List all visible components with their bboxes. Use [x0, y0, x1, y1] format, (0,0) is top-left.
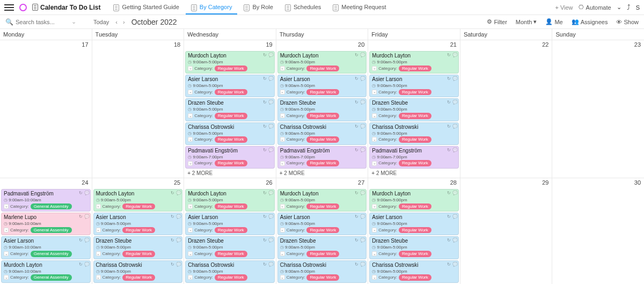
month-select[interactable]: Month▾: [516, 18, 537, 25]
day-cell[interactable]: 19Murdoch Layton9:00am-5:00pm⌄Category:R…: [184, 40, 276, 178]
tab-label: Schedules: [294, 4, 321, 10]
event-time: 9:00am-5:00pm: [188, 60, 272, 65]
assignees-filter[interactable]: 👥Assignees: [572, 18, 608, 25]
add-view-button[interactable]: + View: [550, 1, 578, 14]
calendar-event[interactable]: Charissa Ostrowski9:00am-5:00pm⌄Category…: [185, 122, 275, 145]
calendar-event[interactable]: Asier Larson9:00am-5:00pm⌄Category:Regul…: [93, 213, 183, 235]
calendar-event[interactable]: Asier Larson9:00am-5:00pm⌄Category:Regul…: [369, 213, 459, 235]
recurring-icon: ↻: [447, 214, 451, 219]
category-label: Category:: [10, 204, 29, 209]
filter-button[interactable]: ⚙Filter: [487, 18, 507, 25]
calendar-event[interactable]: Murdoch Layton9:00am-5:00pm⌄Category:Reg…: [185, 189, 275, 212]
calendar-event[interactable]: Asier Larson9:00am-5:00pm⌄Category:Regul…: [277, 75, 367, 97]
logo-icon[interactable]: [19, 4, 27, 11]
day-cell[interactable]: 26Murdoch Layton9:00am-5:00pm⌄Category:R…: [184, 178, 276, 284]
calendar-event[interactable]: Padmavati Engström9:00am-7:00pm⌄Category…: [277, 146, 367, 169]
category-badge: Regular Work: [399, 227, 431, 234]
event-time: 9:00am-5:00pm: [280, 221, 364, 227]
calendar-event[interactable]: Charissa Ostrowski9:00am-5:00pm⌄Category…: [369, 122, 459, 145]
category-key-icon: ⌄: [188, 275, 193, 280]
event-icons: ↻💬: [355, 191, 364, 195]
category-badge: Regular Work: [215, 113, 247, 119]
show-button[interactable]: 👁Show: [616, 19, 639, 25]
category-badge: Regular Work: [399, 89, 431, 96]
next-month-icon[interactable]: ›: [123, 19, 125, 25]
tab-label: Meeting Request: [341, 4, 386, 10]
calendar-event[interactable]: Drazen Steube9:00am-5:00pm⌄Category:Regu…: [277, 236, 367, 259]
calendar-event[interactable]: Murdoch Layton9:00am-5:00pm⌄Category:Reg…: [277, 51, 367, 74]
recurring-icon: ↻: [447, 76, 451, 81]
calendar-event[interactable]: Asier Larson9:00am-5:00pm⌄Category:Regul…: [277, 213, 367, 235]
event-time: 9:00am-5:00pm: [280, 60, 364, 65]
day-cell[interactable]: 18: [92, 40, 185, 178]
day-cell[interactable]: 17: [0, 40, 92, 178]
search-icon[interactable]: 🔍: [5, 18, 13, 26]
event-icons: ↻💬: [263, 191, 273, 195]
automate-icon: ⎔: [579, 4, 584, 11]
calendar-event[interactable]: Charissa Ostrowski9:00am-5:00pm⌄Category…: [93, 260, 183, 283]
calendar-event[interactable]: Padmavati Engström9:00am-7:00pm⌄Category…: [369, 146, 459, 169]
prev-month-icon[interactable]: ‹: [115, 19, 118, 25]
chevron-down-icon[interactable]: ⌄: [617, 4, 621, 11]
tab-by-role[interactable]: By Role: [238, 1, 279, 14]
calendar-event[interactable]: Drazen Steube9:00am-5:00pm⌄Category:Regu…: [93, 236, 183, 259]
calendar-event[interactable]: Murdoch Layton9:00am-10:00am⌄Category:Ge…: [1, 260, 91, 283]
me-filter[interactable]: 👤Me: [545, 18, 562, 25]
calendar-event[interactable]: Marlene Lupo9:00am-10:00am⌄Category:Gene…: [1, 213, 91, 235]
tab-getting-started-guide[interactable]: Getting Started Guide: [108, 1, 184, 14]
category-badge: Regular Work: [306, 160, 339, 166]
event-icons: ↻💬: [263, 214, 273, 219]
automate-button[interactable]: ⎔ Automate: [579, 4, 611, 11]
calendar-event[interactable]: Asier Larson9:00am-5:00pm⌄Category:Regul…: [185, 75, 275, 97]
day-cell[interactable]: 28Murdoch Layton9:00am-5:00pm⌄Category:R…: [368, 178, 460, 284]
calendar-event[interactable]: Murdoch Layton9:00am-5:00pm⌄Category:Reg…: [185, 51, 275, 74]
day-cell[interactable]: 23: [552, 40, 644, 178]
category-key-icon: ⌄: [280, 113, 285, 118]
calendar-event[interactable]: Charissa Ostrowski9:00am-5:00pm⌄Category…: [369, 260, 459, 283]
category-label: Category:: [287, 204, 305, 209]
calendar-event[interactable]: Drazen Steube9:00am-5:00pm⌄Category:Regu…: [277, 98, 367, 121]
calendar-event[interactable]: Asier Larson9:00am-5:00pm⌄Category:Regul…: [185, 213, 275, 235]
event-title: Asier Larson: [280, 214, 364, 221]
day-cell[interactable]: 20Murdoch Layton9:00am-5:00pm⌄Category:R…: [276, 40, 369, 178]
day-cell[interactable]: 30: [552, 178, 644, 284]
calendar-event[interactable]: Murdoch Layton9:00am-5:00pm⌄Category:Reg…: [369, 51, 459, 74]
more-events-button[interactable]: + 2 MORE: [369, 170, 459, 177]
event-time: 9:00am-5:00pm: [188, 107, 272, 112]
calendar-event[interactable]: Charissa Ostrowski9:00am-5:00pm⌄Category…: [277, 122, 367, 145]
day-cell[interactable]: 22: [460, 40, 553, 178]
day-cell[interactable]: 29: [460, 178, 553, 284]
calendar-event[interactable]: Asier Larson9:00am-5:00pm⌄Category:Regul…: [369, 75, 459, 97]
calendar-event[interactable]: Padmavati Engström9:00am-10:00am⌄Categor…: [1, 189, 91, 212]
view-tabs: Getting Started GuideBy CategoryBy RoleS…: [108, 1, 550, 14]
calendar-event[interactable]: Charissa Ostrowski9:00am-5:00pm⌄Category…: [277, 260, 367, 283]
today-button[interactable]: Today: [93, 19, 109, 25]
day-cell[interactable]: 21Murdoch Layton9:00am-5:00pm⌄Category:R…: [368, 40, 460, 178]
more-events-button[interactable]: + 2 MORE: [277, 170, 367, 177]
tab-meeting-request[interactable]: Meeting Request: [327, 1, 391, 14]
category-label: Category:: [378, 137, 397, 142]
tab-by-category[interactable]: By Category: [186, 1, 238, 14]
calendar-event[interactable]: Drazen Steube9:00am-5:00pm⌄Category:Regu…: [369, 236, 459, 259]
calendar-event[interactable]: Drazen Steube9:00am-5:00pm⌄Category:Regu…: [185, 236, 275, 259]
calendar-event[interactable]: Asier Larson9:00am-10:00am⌄Category:Gene…: [1, 236, 91, 259]
calendar-event[interactable]: Drazen Steube9:00am-5:00pm⌄Category:Regu…: [185, 98, 275, 121]
calendar-event[interactable]: Drazen Steube9:00am-5:00pm⌄Category:Regu…: [369, 98, 459, 121]
search-input[interactable]: [16, 19, 69, 25]
search-chevron-icon[interactable]: ⌄: [71, 18, 76, 25]
day-cell[interactable]: 27Murdoch Layton9:00am-5:00pm⌄Category:R…: [276, 178, 369, 284]
tab-schedules[interactable]: Schedules: [280, 1, 326, 14]
day-cell[interactable]: 24Padmavati Engström9:00am-10:00am⌄Categ…: [0, 178, 92, 284]
calendar-event[interactable]: Murdoch Layton9:00am-5:00pm⌄Category:Reg…: [277, 189, 367, 212]
day-cell[interactable]: 25Murdoch Layton9:00am-5:00pm⌄Category:R…: [92, 178, 185, 284]
calendar-event[interactable]: Charissa Ostrowski9:00am-5:00pm⌄Category…: [185, 260, 275, 283]
calendar-event[interactable]: Murdoch Layton9:00am-5:00pm⌄Category:Reg…: [93, 189, 183, 212]
category-badge: Regular Work: [215, 89, 247, 96]
category-label: Category:: [287, 228, 305, 233]
more-events-button[interactable]: + 2 MORE: [185, 170, 275, 177]
calendar-event[interactable]: Padmavati Engström9:00am-7:00pm⌄Category…: [185, 146, 275, 169]
calendar-event[interactable]: Murdoch Layton9:00am-5:00pm⌄Category:Reg…: [369, 189, 459, 212]
share-icon[interactable]: ⤴: [627, 3, 631, 11]
menu-icon[interactable]: [4, 3, 14, 12]
comment-icon: 💬: [452, 238, 457, 242]
